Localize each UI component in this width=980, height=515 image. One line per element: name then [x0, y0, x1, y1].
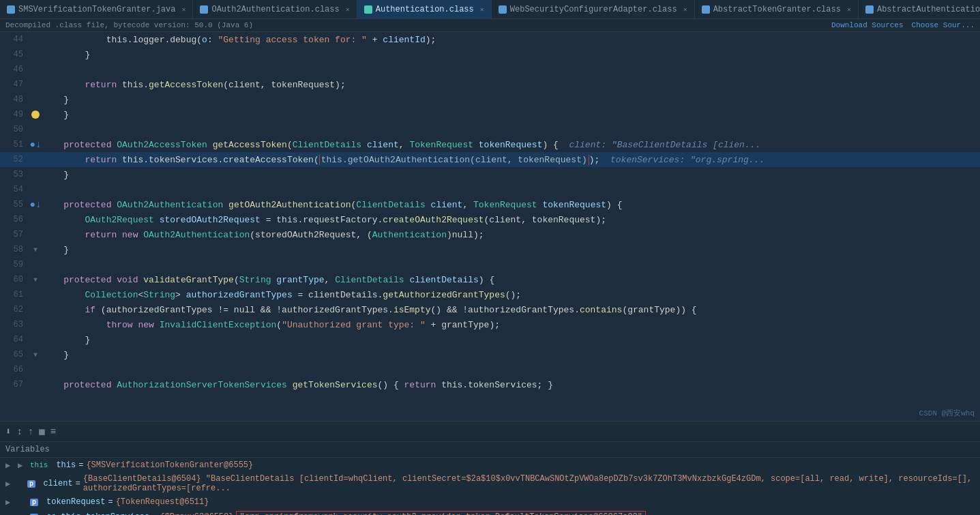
- var-expand-tokenrequest[interactable]: ▶: [5, 497, 15, 507]
- tab-bar: SMSVerificationTokenGranter.java ✕ OAuth…: [0, 0, 980, 19]
- var-value-tokenservices-box: "org.springframework.security.oauth2.pro…: [236, 511, 646, 515]
- collapse-65[interactable]: ▼: [33, 351, 38, 359]
- line-num-63: 63: [0, 320, 29, 329]
- toolbar-icon-1[interactable]: ⬇: [5, 426, 11, 437]
- highlighted-expression: this.getOAuth2Authentication(client, tok…: [319, 155, 589, 165]
- code-line-54: 54: [0, 182, 980, 197]
- code-area[interactable]: 44 this.logger.debug(o: "Getting access …: [0, 32, 980, 421]
- toolbar-icon-3[interactable]: ↑: [28, 426, 33, 437]
- line-num-53: 53: [0, 170, 29, 179]
- tab-abstracttoken[interactable]: AbstractTokenGranter.class ✕: [695, 0, 859, 18]
- toolbar-icon-2[interactable]: ↕: [16, 426, 22, 437]
- line-content-45: }: [42, 50, 980, 60]
- line-content-57: return new OAuth2Authentication(storedOA…: [42, 230, 980, 240]
- code-line-49: 49 }: [0, 107, 980, 122]
- warning-dot-49: [31, 111, 40, 119]
- tab-close-auth[interactable]: ✕: [480, 5, 484, 14]
- line-num-55: 55: [0, 200, 29, 209]
- gutter-60: ▼: [29, 276, 42, 284]
- gutter-51: ●↓: [29, 139, 42, 150]
- line-content-51: protected OAuth2AccessToken getAccessTok…: [42, 140, 980, 150]
- tab-label-sms: SMSVerificationTokenGranter.java: [18, 5, 175, 14]
- line-content-62: if (authorizedGrantTypes != null && !aut…: [42, 305, 980, 315]
- var-row-tokenservices: ▶ p oo this.tokenServices = {$Proxy63@65…: [0, 510, 980, 515]
- tab-close-oauth2[interactable]: ✕: [346, 5, 350, 14]
- code-line-62: 62 if (authorizedGrantTypes != null && !…: [0, 302, 980, 317]
- tab-icon-oauth2: [200, 5, 208, 14]
- var-eq-tokenrequest: =: [108, 497, 113, 507]
- line-num-60: 60: [0, 275, 29, 284]
- code-line-44: 44 this.logger.debug(o: "Getting access …: [0, 32, 980, 47]
- var-name-client: client: [43, 479, 72, 488]
- line-num-56: 56: [0, 215, 29, 224]
- code-line-66: 66: [0, 362, 980, 377]
- tab-abstractauthtoken[interactable]: AbstractAuthenticationToken.class ✕: [859, 0, 980, 18]
- line-content-52: return this.tokenServices.createAccessTo…: [42, 155, 980, 165]
- line-content-61: Collection<String> authorizedGrantTypes …: [42, 290, 980, 300]
- gutter-49: [29, 111, 42, 119]
- tab-close-sms[interactable]: ✕: [181, 5, 185, 14]
- toolbar-icon-table[interactable]: ▦: [39, 426, 44, 437]
- code-line-53: 53 }: [0, 167, 980, 182]
- code-line-67: 67 protected AuthorizationServerTokenSer…: [0, 377, 980, 392]
- var-eq-this: =: [78, 460, 83, 470]
- code-line-55: 55 ●↓ protected OAuth2Authentication get…: [0, 197, 980, 212]
- line-content-49: }: [42, 110, 980, 120]
- download-sources-link[interactable]: Download Sources: [831, 21, 904, 29]
- collapse-60[interactable]: ▼: [33, 276, 38, 284]
- info-bar: Decompiled .class file, bytecode version…: [0, 19, 980, 32]
- var-name-this: this: [56, 460, 76, 470]
- code-line-52: 52 return this.tokenServices.createAcces…: [0, 152, 980, 167]
- tab-label-auth: Authentication.class: [376, 5, 474, 14]
- tab-authentication[interactable]: Authentication.class ✕: [357, 0, 492, 18]
- var-type-this: this: [30, 461, 48, 469]
- var-expand-this[interactable]: ▶: [5, 460, 15, 471]
- line-num-54: 54: [0, 185, 29, 194]
- var-type-client: p: [27, 480, 35, 488]
- tab-oauth2auth[interactable]: OAuth2Authentication.class ✕: [193, 0, 357, 18]
- code-line-57: 57 return new OAuth2Authentication(store…: [0, 227, 980, 242]
- line-content-47: return this.getAccessToken(client, token…: [42, 80, 980, 90]
- line-num-44: 44: [0, 35, 29, 44]
- code-line-51: 51 ●↓ protected OAuth2AccessToken getAcc…: [0, 137, 980, 152]
- code-line-59: 59: [0, 257, 980, 272]
- bottom-toolbar: ⬇ ↕ ↑ ▦ ≡: [0, 421, 980, 441]
- toolbar-icon-lines[interactable]: ≡: [50, 426, 56, 437]
- tab-label-abstauth: AbstractAuthenticationToken.class: [877, 5, 980, 14]
- choose-sources-link[interactable]: Choose Sour...: [912, 21, 975, 29]
- tab-close-websec[interactable]: ✕: [683, 5, 687, 14]
- info-bar-links: Download Sources Choose Sour...: [831, 21, 975, 29]
- var-row-tokenrequest: ▶ p tokenRequest = {TokenRequest@6511}: [0, 495, 980, 510]
- line-content-58: }: [42, 245, 980, 255]
- code-line-50: 50: [0, 122, 980, 137]
- var-name-tokenservices: oo this.tokenServices: [46, 512, 149, 515]
- tab-websecurity[interactable]: WebSecurityConfigurerAdapter.class ✕: [492, 0, 695, 18]
- tab-icon-websec: [499, 5, 507, 14]
- var-expand-client[interactable]: ▶: [5, 479, 14, 489]
- line-num-61: 61: [0, 290, 29, 299]
- code-line-65: 65 ▼ }: [0, 347, 980, 362]
- var-row-this: ▶ ▶ this this = {SMSVerificationTokenGra…: [0, 458, 980, 473]
- var-expand-this2[interactable]: ▶: [18, 460, 27, 471]
- var-type-tokenrequest: p: [30, 499, 38, 506]
- code-line-64: 64 }: [0, 332, 980, 347]
- code-line-48: 48 }: [0, 92, 980, 107]
- line-num-52: 52: [0, 155, 29, 164]
- var-name-tokenrequest: tokenRequest: [46, 497, 105, 507]
- tab-close-absttoken[interactable]: ✕: [847, 5, 851, 14]
- collapse-58[interactable]: ▼: [33, 246, 38, 254]
- var-value-tokenservices-prefix: {$Proxy63@6558}: [160, 512, 233, 515]
- line-num-67: 67: [0, 380, 29, 389]
- line-content-53: }: [42, 170, 980, 180]
- var-expand-tokenservices[interactable]: ▶: [5, 512, 15, 516]
- gutter-65: ▼: [29, 351, 42, 359]
- line-num-49: 49: [0, 110, 29, 119]
- var-eq-client: =: [76, 479, 80, 488]
- tab-label-absttoken: AbstractTokenGranter.class: [713, 5, 841, 14]
- variables-panel: Variables ▶ ▶ this this = {SMSVerificati…: [0, 441, 980, 515]
- line-num-45: 45: [0, 50, 29, 59]
- variables-header: Variables: [0, 442, 980, 458]
- arrow-55: ●↓: [30, 199, 42, 210]
- tab-smsverification[interactable]: SMSVerificationTokenGranter.java ✕: [0, 0, 193, 18]
- line-num-47: 47: [0, 80, 29, 89]
